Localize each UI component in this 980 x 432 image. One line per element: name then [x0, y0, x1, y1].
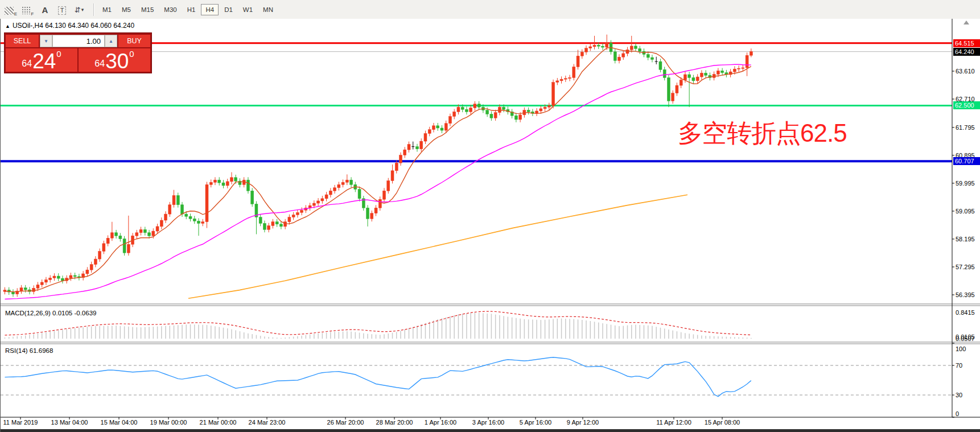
chart-text-annotation: 多空转折点62.5	[678, 117, 847, 150]
timeframe-button-m30[interactable]: M30	[159, 4, 181, 15]
time-tick-label: 21 Mar 00:00	[200, 419, 237, 426]
time-tick-label: 5 Apr 16:00	[520, 419, 551, 426]
timeframe-button-m1[interactable]: M1	[98, 4, 116, 15]
text-box-tool-icon[interactable]: T	[55, 3, 69, 17]
sell-price-whole: 64	[22, 59, 32, 68]
rsi-scale-0: 0	[956, 410, 959, 417]
time-tick-label: 24 Mar 23:00	[249, 419, 286, 426]
volume-input[interactable]	[52, 35, 105, 47]
drawing-tools-group: EFAT⇵▾	[2, 0, 88, 19]
toolbar-separator	[93, 3, 94, 16]
time-tick-label: 1 Apr 16:00	[425, 419, 456, 426]
time-tick-label: 28 Mar 20:00	[376, 419, 413, 426]
timeframe-button-d1[interactable]: D1	[220, 4, 237, 15]
buy-price-point: 0	[129, 50, 134, 58]
time-tick-label: 26 Mar 20:00	[327, 419, 364, 426]
symbol-ohlc-header: ▲USOil-,H4 64.130 64.340 64.060 64.240	[5, 22, 134, 30]
time-tick-label: 13 Mar 04:00	[51, 419, 88, 426]
macd-title: MACD(12,26,9) 0.0105 -0.0639	[5, 310, 96, 316]
time-tick-label: 11 Apr 12:00	[656, 419, 691, 426]
price-tick-label: 63.610	[956, 68, 975, 75]
time-tick-label: 11 Mar 2019	[3, 419, 38, 426]
sell-price-button[interactable]: 64 24 0	[6, 48, 77, 72]
timeframe-button-m15[interactable]: M15	[137, 4, 158, 15]
time-tick-label: 9 Apr 12:00	[567, 419, 599, 426]
arrows-tool-icon[interactable]: ⇵▾	[72, 3, 87, 17]
sell-price-pips: 24	[32, 53, 56, 70]
price-badge-64.240: 64.240	[953, 48, 980, 56]
pattern-tool-icon[interactable]: E	[3, 3, 18, 17]
mt4-terminal: EFAT⇵▾ M1M5M15M30H1H4D1W1MN ▲USOil-,H4 6…	[0, 0, 980, 432]
timeframe-button-w1[interactable]: W1	[238, 4, 257, 15]
timeframe-button-m5[interactable]: M5	[117, 4, 135, 15]
symbol-triangle-icon: ▲	[5, 23, 10, 29]
price-tick-label: 59.095	[956, 208, 975, 215]
price-tick-label: 61.795	[956, 124, 975, 131]
sell-price-point: 0	[56, 50, 61, 58]
time-tick-label: 3 Apr 16:00	[472, 419, 504, 426]
price-tick-label: 59.995	[956, 180, 975, 187]
timeframe-bar: M1M5M15M30H1H4D1W1MN	[97, 4, 278, 15]
timeframe-button-h4[interactable]: H4	[201, 4, 219, 15]
time-tick-label: 19 Mar 00:00	[150, 419, 187, 426]
macd-scale-max: 0.8415	[956, 309, 975, 316]
buy-price-whole: 64	[94, 59, 105, 68]
buy-button[interactable]: BUY	[118, 35, 150, 47]
symbol-ohlc-text: USOil-,H4 64.130 64.340 64.060 64.240	[13, 22, 134, 30]
price-badge-60.707: 60.707	[953, 157, 980, 165]
chart-canvas	[1, 19, 980, 432]
buy-price-button[interactable]: 64 30 0	[79, 48, 150, 72]
chart-window: ▲USOil-,H4 64.130 64.340 64.060 64.240 S…	[0, 19, 980, 432]
price-tick-label: 57.295	[956, 264, 975, 270]
text-label-tool-icon[interactable]: A	[38, 3, 52, 17]
toolbar: EFAT⇵▾ M1M5M15M30H1H4D1W1MN	[0, 0, 980, 19]
timeframe-button-mn[interactable]: MN	[258, 4, 278, 15]
price-tick-label: 58.195	[956, 236, 975, 242]
timeframe-button-h1[interactable]: H1	[183, 4, 200, 15]
time-tick-label: 15 Apr 08:00	[705, 419, 740, 426]
price-tick-label: 56.395	[956, 291, 975, 298]
macd-scale-min: 0.0507	[956, 335, 975, 342]
time-tick-label: 15 Mar 04:00	[101, 419, 138, 426]
price-badge-62.500: 62.500	[953, 101, 980, 109]
volume-increase-button[interactable]: ▲	[105, 35, 117, 47]
rsi-title: RSI(14) 61.6968	[5, 347, 53, 354]
buy-price-pips: 30	[105, 53, 129, 70]
volume-decrease-button[interactable]: ▼	[40, 35, 52, 47]
rsi-scale-70: 70	[956, 362, 962, 369]
sell-button[interactable]: SELL	[6, 35, 39, 47]
chart-shift-marker-icon[interactable]	[963, 20, 969, 24]
rsi-scale-30: 30	[956, 392, 962, 398]
one-click-trading-panel: SELL ▼ ▲ BUY 64 24 0 64 30 0	[4, 32, 152, 73]
price-badge-64.515: 64.515	[953, 39, 980, 47]
grid-tool-icon[interactable]: F	[20, 3, 35, 17]
rsi-scale-100: 100	[956, 345, 966, 352]
